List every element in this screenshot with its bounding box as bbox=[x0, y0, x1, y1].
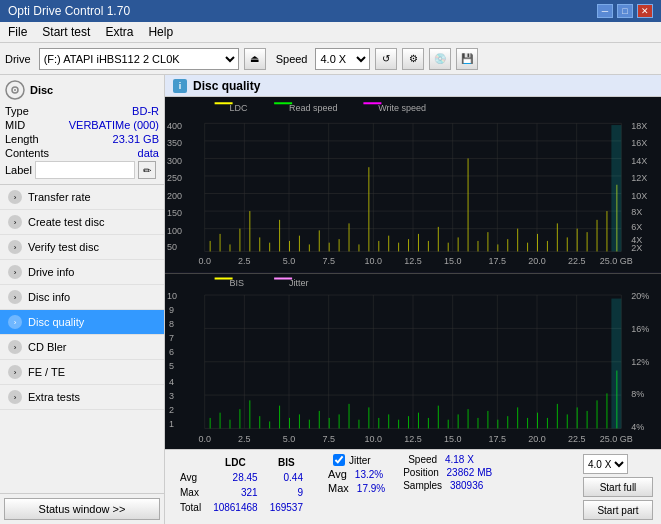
jitter-checkbox[interactable] bbox=[333, 454, 345, 466]
svg-rect-189 bbox=[611, 298, 621, 428]
svg-rect-64 bbox=[279, 220, 280, 252]
svg-text:2: 2 bbox=[169, 404, 174, 414]
svg-rect-78 bbox=[418, 234, 419, 252]
svg-text:10X: 10X bbox=[631, 191, 647, 201]
menu-start-test[interactable]: Start test bbox=[42, 25, 90, 39]
svg-rect-66 bbox=[299, 236, 300, 252]
sidebar: Disc Type BD-R MID VERBATIMe (000) Lengt… bbox=[0, 75, 165, 524]
label-edit-button[interactable]: ✏ bbox=[138, 161, 156, 179]
max-jitter-row: Max 17.9% bbox=[328, 482, 385, 494]
svg-text:Write speed: Write speed bbox=[378, 103, 426, 113]
chart-bis: 10 9 8 7 6 5 4 3 2 1 20% 16% 12% 8% 4% bbox=[165, 274, 661, 450]
create-test-disc-icon: › bbox=[8, 215, 22, 229]
svg-rect-72 bbox=[358, 244, 359, 251]
disc-length-row: Length 23.31 GB bbox=[5, 133, 159, 145]
svg-text:50: 50 bbox=[167, 242, 177, 252]
length-value: 23.31 GB bbox=[113, 133, 159, 145]
svg-text:4%: 4% bbox=[631, 422, 644, 432]
svg-text:12X: 12X bbox=[631, 173, 647, 183]
sidebar-item-disc-quality[interactable]: ›Disc quality bbox=[0, 310, 164, 335]
minimize-button[interactable]: ─ bbox=[597, 4, 613, 18]
status-window-button[interactable]: Status window >> bbox=[4, 498, 160, 520]
eject-button[interactable]: ⏏ bbox=[244, 48, 266, 70]
svg-rect-186 bbox=[597, 400, 598, 428]
window-controls: ─ □ ✕ bbox=[597, 4, 653, 18]
mid-key: MID bbox=[5, 119, 25, 131]
sidebar-item-cd-bler[interactable]: ›CD Bler bbox=[0, 335, 164, 360]
sidebar-item-label-disc-quality: Disc quality bbox=[28, 316, 84, 328]
menu-file[interactable]: File bbox=[8, 25, 27, 39]
quality-header: i Disc quality bbox=[165, 75, 661, 97]
disc-icon-button[interactable]: 💿 bbox=[429, 48, 451, 70]
svg-rect-67 bbox=[309, 244, 310, 251]
disc-icon bbox=[5, 80, 25, 100]
svg-rect-161 bbox=[349, 403, 350, 428]
svg-text:6X: 6X bbox=[631, 222, 642, 232]
svg-rect-158 bbox=[319, 410, 320, 428]
sidebar-item-transfer-rate[interactable]: ›Transfer rate bbox=[0, 185, 164, 210]
ldc-header: LDC bbox=[208, 456, 263, 469]
total-bis-val: 169537 bbox=[265, 501, 308, 514]
svg-rect-81 bbox=[448, 243, 449, 252]
svg-rect-177 bbox=[507, 416, 508, 428]
sidebar-item-label-fe-te: FE / TE bbox=[28, 366, 65, 378]
close-button[interactable]: ✕ bbox=[637, 4, 653, 18]
max-label: Max bbox=[175, 486, 206, 499]
svg-text:400: 400 bbox=[167, 121, 182, 131]
avg-bis-val: 0.44 bbox=[265, 471, 308, 484]
avg-jitter-row: Avg 13.2% bbox=[328, 468, 385, 480]
svg-rect-155 bbox=[289, 417, 290, 428]
settings-button[interactable]: ⚙ bbox=[402, 48, 424, 70]
svg-rect-175 bbox=[487, 410, 488, 428]
save-button[interactable]: 💾 bbox=[456, 48, 478, 70]
svg-text:12.5: 12.5 bbox=[404, 434, 422, 444]
speed-quality-dropdown[interactable]: 4.0 X bbox=[583, 454, 628, 474]
svg-rect-154 bbox=[279, 405, 280, 428]
speed-select[interactable]: 4.0 X bbox=[315, 48, 370, 70]
menu-extra[interactable]: Extra bbox=[105, 25, 133, 39]
refresh-button[interactable]: ↺ bbox=[375, 48, 397, 70]
svg-text:7.5: 7.5 bbox=[322, 256, 335, 266]
svg-text:3: 3 bbox=[169, 390, 174, 400]
svg-rect-93 bbox=[567, 237, 568, 251]
svg-text:12.5: 12.5 bbox=[404, 256, 422, 266]
svg-text:18X: 18X bbox=[631, 121, 647, 131]
sidebar-item-label-disc-info: Disc info bbox=[28, 291, 70, 303]
speed-row: Speed 4.18 X bbox=[408, 454, 492, 465]
sidebar-item-verify-test-disc[interactable]: ›Verify test disc bbox=[0, 235, 164, 260]
svg-text:0.0: 0.0 bbox=[198, 434, 211, 444]
label-input[interactable] bbox=[35, 161, 135, 179]
svg-text:17.5: 17.5 bbox=[489, 256, 507, 266]
sidebar-item-disc-info[interactable]: ›Disc info bbox=[0, 285, 164, 310]
svg-rect-88 bbox=[517, 229, 518, 252]
jitter-section: Jitter bbox=[333, 454, 385, 466]
svg-rect-82 bbox=[458, 237, 459, 251]
menu-help[interactable]: Help bbox=[148, 25, 173, 39]
sidebar-item-drive-info[interactable]: ›Drive info bbox=[0, 260, 164, 285]
svg-text:BIS: BIS bbox=[229, 278, 244, 288]
start-buttons: 4.0 X Start full Start part bbox=[583, 454, 653, 520]
svg-text:22.5: 22.5 bbox=[568, 256, 586, 266]
type-key: Type bbox=[5, 105, 29, 117]
verify-test-disc-icon: › bbox=[8, 240, 22, 254]
maximize-button[interactable]: □ bbox=[617, 4, 633, 18]
svg-rect-58 bbox=[220, 234, 221, 252]
svg-rect-90 bbox=[537, 234, 538, 252]
main-area: Disc Type BD-R MID VERBATIMe (000) Lengt… bbox=[0, 75, 661, 524]
sidebar-item-create-test-disc[interactable]: ›Create test disc bbox=[0, 210, 164, 235]
svg-rect-156 bbox=[299, 414, 300, 428]
sidebar-item-extra-tests[interactable]: ›Extra tests bbox=[0, 385, 164, 410]
svg-text:6: 6 bbox=[169, 346, 174, 356]
svg-rect-183 bbox=[567, 414, 568, 428]
svg-rect-80 bbox=[438, 227, 439, 252]
sidebar-item-label-cd-bler: CD Bler bbox=[28, 341, 67, 353]
svg-rect-79 bbox=[428, 241, 429, 252]
sidebar-item-fe-te[interactable]: ›FE / TE bbox=[0, 360, 164, 385]
max-bis-val: 9 bbox=[265, 486, 308, 499]
svg-rect-159 bbox=[329, 417, 330, 428]
start-part-button[interactable]: Start part bbox=[583, 500, 653, 520]
start-full-button[interactable]: Start full bbox=[583, 477, 653, 497]
svg-text:20.0: 20.0 bbox=[528, 434, 546, 444]
drive-select[interactable]: (F:) ATAPI iHBS112 2 CL0K bbox=[39, 48, 239, 70]
svg-text:2.5: 2.5 bbox=[238, 434, 251, 444]
